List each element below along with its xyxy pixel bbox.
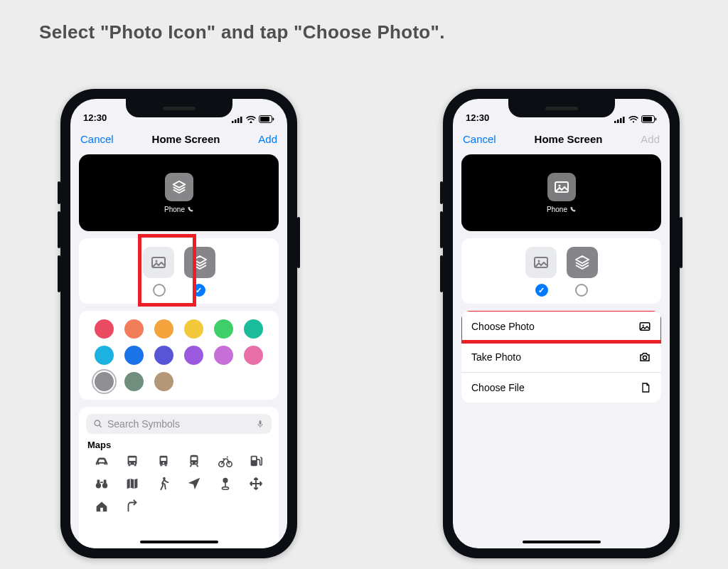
binoculars-icon[interactable] <box>94 476 109 491</box>
nav-bar: Cancel Home Screen Add <box>453 124 670 153</box>
svg-rect-37 <box>100 482 103 483</box>
svg-point-30 <box>227 462 232 467</box>
phone-mini-icon <box>187 206 193 213</box>
glyph-icon-option[interactable] <box>184 247 215 278</box>
take-photo-row[interactable]: Take Photo <box>461 341 661 372</box>
svg-rect-23 <box>160 465 162 467</box>
fuel-pump-icon[interactable] <box>248 453 264 469</box>
preview-caption: Phone <box>547 206 576 213</box>
cancel-button[interactable]: Cancel <box>463 133 496 145</box>
color-swatch[interactable] <box>124 319 144 339</box>
glyph-icon-radio[interactable] <box>575 284 588 297</box>
photo-icon-option[interactable] <box>143 247 174 278</box>
svg-rect-43 <box>617 119 619 123</box>
color-swatch[interactable] <box>154 319 173 339</box>
screen-left: 12:30 Cancel Home Screen Add Phone <box>70 99 287 548</box>
cancel-button[interactable]: Cancel <box>80 133 114 145</box>
glyph-icon-radio[interactable] <box>193 284 205 297</box>
svg-rect-21 <box>161 457 166 461</box>
color-swatch[interactable] <box>184 319 203 339</box>
svg-point-39 <box>223 479 228 483</box>
location-arrow-icon[interactable] <box>186 476 202 491</box>
icon-type-chooser <box>79 238 279 304</box>
svg-point-27 <box>192 462 193 464</box>
svg-point-28 <box>196 462 197 464</box>
stack-glyph-icon <box>191 254 208 271</box>
house-icon[interactable] <box>94 499 109 514</box>
svg-point-46 <box>633 121 634 122</box>
cellular-icon <box>614 116 626 123</box>
mic-icon[interactable] <box>256 418 264 430</box>
home-screen-preview: Phone <box>461 154 661 231</box>
svg-point-53 <box>537 260 540 262</box>
svg-point-22 <box>163 462 164 464</box>
photo-icon-radio[interactable] <box>535 284 548 297</box>
svg-point-9 <box>155 260 157 262</box>
instruction-text: Select "Photo Icon" and tap "Choose Phot… <box>39 21 445 43</box>
bicycle-icon[interactable] <box>218 453 233 469</box>
svg-rect-6 <box>260 117 269 122</box>
color-swatch[interactable] <box>154 372 173 391</box>
choose-photo-row[interactable]: Choose Photo <box>461 311 661 341</box>
svg-rect-44 <box>620 118 622 123</box>
move-icon[interactable] <box>248 476 264 491</box>
pin-drop-icon[interactable] <box>218 476 233 491</box>
svg-rect-41 <box>100 508 103 512</box>
glyph-icon-option[interactable] <box>567 247 598 278</box>
svg-rect-45 <box>623 117 625 123</box>
svg-rect-18 <box>129 465 131 467</box>
photo-icon <box>638 320 651 333</box>
notch <box>126 99 232 117</box>
nav-bar: Cancel Home Screen Add <box>70 124 287 153</box>
color-palette <box>79 311 279 400</box>
status-icons <box>614 115 657 123</box>
svg-point-16 <box>129 462 131 464</box>
color-swatch[interactable] <box>244 346 263 365</box>
phones-row: 12:30 Cancel Home Screen Add Phone <box>60 89 680 558</box>
svg-rect-15 <box>129 457 136 461</box>
search-symbols-input[interactable]: Search Symbols <box>86 414 272 434</box>
car-icon[interactable] <box>94 453 109 469</box>
color-swatch[interactable] <box>214 319 233 339</box>
color-swatch[interactable] <box>244 319 263 339</box>
svg-point-40 <box>222 487 228 490</box>
train-icon[interactable] <box>186 453 202 469</box>
color-swatch[interactable] <box>214 346 233 365</box>
color-swatch[interactable] <box>95 346 114 365</box>
svg-point-55 <box>643 324 644 326</box>
color-swatch-selected[interactable] <box>95 372 114 391</box>
svg-rect-3 <box>240 117 242 123</box>
svg-rect-32 <box>252 457 257 461</box>
photo-icon-radio[interactable] <box>153 284 166 297</box>
photo-icon <box>553 179 570 196</box>
color-swatch[interactable] <box>95 319 114 339</box>
color-swatch[interactable] <box>124 346 144 365</box>
battery-icon <box>259 115 274 123</box>
nav-title: Home Screen <box>152 133 220 145</box>
color-swatch[interactable] <box>154 346 173 365</box>
color-swatch[interactable] <box>124 372 144 391</box>
preview-app-icon <box>165 173 193 201</box>
stack-glyph-icon <box>171 179 187 195</box>
svg-point-4 <box>250 121 252 122</box>
svg-rect-7 <box>273 118 274 121</box>
row-label: Choose File <box>471 382 525 393</box>
bus-icon[interactable] <box>124 453 140 469</box>
map-icon[interactable] <box>124 476 140 491</box>
walking-icon[interactable] <box>156 476 171 491</box>
status-time: 12:30 <box>466 112 489 123</box>
phone-left: 12:30 Cancel Home Screen Add Phone <box>60 89 297 558</box>
wifi-icon <box>246 116 256 123</box>
color-swatch[interactable] <box>184 346 203 365</box>
tram-icon[interactable] <box>156 453 171 469</box>
choose-file-row[interactable]: Choose File <box>461 372 661 403</box>
svg-point-34 <box>102 483 107 488</box>
add-button[interactable]: Add <box>258 133 277 145</box>
svg-point-56 <box>643 356 646 359</box>
arrow-turn-icon[interactable] <box>124 499 140 514</box>
home-indicator[interactable] <box>140 541 218 543</box>
photo-icon-option[interactable] <box>525 247 557 278</box>
svg-point-10 <box>95 420 100 426</box>
home-indicator[interactable] <box>523 541 601 543</box>
preview-caption: Phone <box>164 206 193 213</box>
